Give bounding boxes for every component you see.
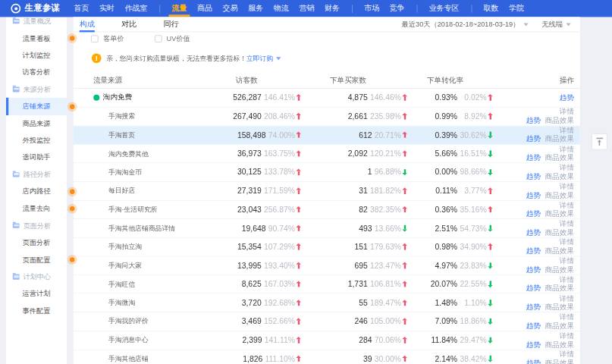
nav-item-营销[interactable]: 营销 — [294, 0, 320, 17]
table-row-手淘·生活研究所: 手淘·生活研究所23,043256.87%82382.35%0.36%35.16… — [74, 200, 580, 219]
tab-构成[interactable]: 构成 — [80, 17, 108, 32]
item-effect-link[interactable]: 商品效果 — [545, 191, 574, 199]
nav-item-首页[interactable]: 首页 — [68, 0, 94, 17]
sidebar-item-运营计划[interactable]: 运营计划 — [6, 285, 67, 302]
item-effect-link[interactable]: 商品效果 — [545, 154, 574, 162]
item-effect-link[interactable]: 商品效果 — [545, 247, 574, 256]
detail-link[interactable]: 详情 — [560, 331, 574, 340]
trend-link[interactable]: 趋势 — [526, 303, 541, 311]
detail-link[interactable]: 详情 — [560, 219, 574, 228]
metric-checkbox-客单价[interactable]: 客单价 — [91, 34, 124, 43]
subscribe-link[interactable]: 立即订购 — [246, 54, 273, 63]
detail-link[interactable]: 详情 — [560, 182, 574, 190]
arrow-up-icon — [403, 150, 407, 157]
arrow-up-icon — [297, 300, 301, 306]
detail-link[interactable]: 详情 — [560, 312, 574, 321]
sidebar-section-计划中心[interactable]: 计划中心 — [6, 268, 67, 285]
conversion-cell: 4.97% — [407, 261, 457, 270]
sidebar-item-店铺来源[interactable]: 店铺来源 — [6, 98, 67, 115]
source-name: 手淘其他店铺 — [93, 354, 209, 363]
trend-link[interactable]: 趋势 — [526, 247, 541, 256]
nav-item-实时[interactable]: 实时 — [94, 0, 120, 17]
sidebar-item-页面分析[interactable]: 页面分析 — [6, 234, 67, 251]
buyers-cell: 61220.71% — [301, 130, 407, 140]
trend-link[interactable]: 趋势 — [526, 265, 541, 274]
detail-link[interactable]: 详情 — [560, 145, 574, 153]
detail-link[interactable]: 详情 — [560, 164, 574, 172]
detail-link[interactable]: 详情 — [560, 350, 574, 359]
buyers-cell: 28470.06% — [301, 336, 407, 345]
sidebar-section-来源分析[interactable]: 来源分析 — [6, 81, 67, 98]
item-effect-link[interactable]: 商品效果 — [545, 135, 574, 143]
sidebar-item-选词助手[interactable]: 选词助手 — [6, 149, 67, 166]
nav-item-作战室[interactable]: 作战室 — [120, 0, 153, 17]
table-row-手淘搜索: 手淘搜索267,490208.46%2,661235.98%0.99%8.92%… — [74, 107, 580, 126]
trend-link[interactable]: 趋势 — [526, 172, 541, 180]
checkbox-icon[interactable] — [155, 35, 162, 42]
sidebar-item-流量看板[interactable]: 流量看板 — [6, 30, 67, 46]
sidebar-item-事件配置[interactable]: 事件配置 — [6, 303, 67, 319]
nav-item-取数[interactable]: 取数 — [479, 0, 504, 17]
item-effect-link[interactable]: 商品效果 — [545, 265, 574, 274]
detail-link[interactable]: 详情 — [560, 126, 574, 134]
trend-link[interactable]: 趋势 — [526, 135, 541, 143]
terminal-picker[interactable]: 无线端 — [541, 20, 571, 29]
nav-item-财务[interactable]: 财务 — [319, 0, 345, 17]
date-range-picker[interactable]: 最近30天（2018-02-18~2018-03-19） — [402, 20, 529, 29]
sidebar-item-计划监控[interactable]: 计划监控 — [6, 47, 67, 64]
item-effect-link[interactable]: 商品效果 — [545, 284, 574, 293]
nav-item-服务[interactable]: 服务 — [243, 0, 268, 17]
detail-link[interactable]: 详情 — [560, 257, 574, 265]
arrow-up-icon — [297, 187, 301, 194]
sidebar-item-页面配置[interactable]: 页面配置 — [6, 251, 67, 268]
item-effect-link[interactable]: 商品效果 — [545, 340, 574, 349]
trend-link[interactable]: 趋势 — [526, 228, 541, 237]
tab-对比[interactable]: 对比 — [108, 17, 150, 32]
sidebar-item-流量去向[interactable]: 流量去向 — [6, 200, 67, 217]
nav-item-商品[interactable]: 商品 — [192, 0, 218, 17]
nav-item-物流[interactable]: 物流 — [268, 0, 294, 17]
trend-link[interactable]: 趋势 — [526, 154, 541, 162]
nav-separator — [471, 5, 472, 12]
sidebar-item-外投监控[interactable]: 外投监控 — [6, 132, 67, 149]
sidebar-section-页面分析[interactable]: 页面分析 — [6, 218, 67, 234]
detail-link[interactable]: 详情 — [560, 201, 574, 209]
item-effect-link[interactable]: 商品效果 — [545, 209, 574, 218]
item-effect-link[interactable]: 商品效果 — [545, 322, 574, 330]
trend-link[interactable]: 趋势 — [526, 284, 541, 293]
item-effect-link[interactable]: 商品效果 — [545, 116, 574, 124]
detail-link[interactable]: 详情 — [560, 108, 574, 116]
checkbox-icon[interactable] — [91, 35, 99, 42]
detail-link[interactable]: 详情 — [560, 238, 574, 246]
nav-item-学院[interactable]: 学院 — [504, 0, 529, 17]
nav-item-竞争[interactable]: 竞争 — [384, 0, 410, 17]
sidebar-section-路径分析[interactable]: 路径分析 — [6, 166, 67, 183]
detail-link[interactable]: 详情 — [560, 275, 574, 284]
detail-link[interactable]: 详情 — [560, 294, 574, 303]
conversion-change-cell: 16.51% — [457, 149, 493, 158]
buyers-cell: 695123.47% — [301, 261, 407, 270]
trend-link[interactable]: 趋势 — [560, 93, 574, 102]
metric-checkbox-UV价值[interactable]: UV价值 — [155, 34, 190, 43]
nav-item-业务专区[interactable]: 业务专区 — [424, 0, 465, 17]
trend-link[interactable]: 趋势 — [526, 359, 541, 364]
trend-link[interactable]: 趋势 — [526, 116, 541, 124]
tab-同行[interactable]: 同行 — [150, 17, 192, 32]
item-effect-link[interactable]: 商品效果 — [545, 303, 574, 311]
trend-link[interactable]: 趋势 — [526, 340, 541, 349]
sidebar-item-访客分析[interactable]: 访客分析 — [6, 64, 67, 80]
item-effect-link[interactable]: 商品效果 — [545, 228, 574, 237]
item-effect-link[interactable]: 商品效果 — [545, 359, 574, 364]
brand[interactable]: 生意参谋 — [11, 3, 68, 14]
nav-item-市场[interactable]: 市场 — [359, 0, 384, 17]
back-to-top-button[interactable] — [592, 133, 607, 150]
item-effect-link[interactable]: 商品效果 — [545, 172, 574, 180]
trend-link[interactable]: 趋势 — [526, 191, 541, 199]
buyers-cell: 2,092120.21% — [301, 149, 407, 158]
trend-link[interactable]: 趋势 — [526, 322, 541, 330]
nav-item-流量[interactable]: 流量 — [167, 0, 193, 17]
trend-link[interactable]: 趋势 — [526, 209, 541, 218]
nav-item-交易[interactable]: 交易 — [218, 0, 243, 17]
sidebar-item-商品来源[interactable]: 商品来源 — [6, 115, 67, 132]
sidebar-item-店内路径[interactable]: 店内路径 — [6, 184, 67, 200]
